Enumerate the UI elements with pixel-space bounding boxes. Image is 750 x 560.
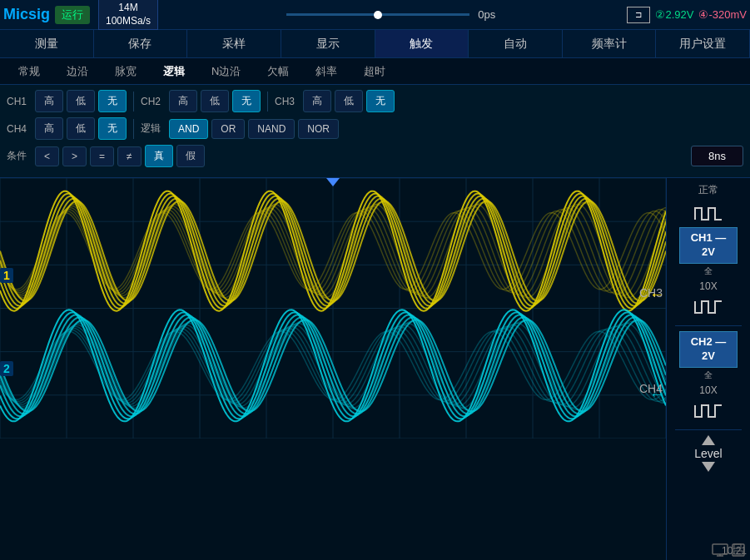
ch3-low-btn[interactable]: 低 [335, 90, 363, 112]
rp-divider2 [675, 429, 742, 430]
nand-btn[interactable]: NAND [248, 119, 295, 139]
menu-item-display[interactable]: 显示 [281, 30, 375, 57]
trigger-row3: 条件 < > = ≠ 真 假 8ns [7, 145, 743, 167]
waveform-panel: 1 2 CH3 CH4 ← ← [0, 178, 666, 560]
ch4-low-btn[interactable]: 低 [67, 117, 95, 140]
logo: Micsig [3, 6, 50, 23]
ch2-block-voltage: 2V [687, 349, 730, 364]
ch4-label: CH4 [7, 123, 32, 135]
ch3-label: CH3 [275, 96, 300, 107]
rp-pulse-down-icon [688, 295, 729, 320]
ch1-high-btn[interactable]: 高 [35, 90, 63, 112]
state-true-btn[interactable]: 真 [145, 145, 173, 167]
sub-item-pulse[interactable]: 脉宽 [103, 61, 148, 82]
time-position: 0ps [478, 8, 495, 21]
waveform-canvas [0, 178, 666, 439]
ch1-arrow: ← [649, 286, 664, 304]
ch1-label: CH1 [7, 96, 32, 107]
ch1-settings-block[interactable]: CH1 — 2V [679, 227, 738, 264]
ch3-high-btn[interactable]: 高 [303, 90, 331, 112]
menu-item-measure[interactable]: 测量 [0, 30, 94, 57]
header: Micsig 运行 14M 100MSa/s 0ps ⊐ ②2.92V ④-32… [0, 0, 750, 30]
trigger-voltage2: ④-320mV [698, 8, 747, 21]
ch2-full-label: 全 [704, 369, 713, 381]
svg-rect-0 [713, 544, 728, 554]
ch2-arrow: ← [649, 386, 664, 404]
ch2-block-label: CH2 — [687, 335, 730, 349]
timebase-cursor[interactable] [374, 11, 382, 19]
rp-pulse-up-icon [688, 201, 729, 225]
ch2-settings-block[interactable]: CH2 — 2V [679, 331, 738, 368]
level-arrow-up[interactable] [702, 435, 715, 445]
right-panel: 正常 CH1 — 2V 全 10X CH2 — 2V 全 10X [666, 178, 750, 560]
level-label: Level [694, 447, 722, 460]
ch1-10x-label: 10X [699, 279, 717, 294]
main-menu: 测量 保存 采样 显示 触发 自动 频率计 用户设置 [0, 30, 750, 58]
sub-item-edge[interactable]: 边沿 [55, 61, 100, 82]
timebase-bar: 0ps [158, 8, 623, 21]
menu-item-trigger[interactable]: 触发 [375, 30, 469, 57]
sub-item-slope[interactable]: 斜率 [304, 61, 349, 82]
trigger-icon: ⊐ [627, 7, 650, 23]
nor-btn[interactable]: NOR [298, 119, 339, 139]
or-btn[interactable]: OR [211, 119, 245, 139]
cond-label: 条件 [7, 149, 32, 163]
ch3-none-btn[interactable]: 无 [366, 90, 395, 112]
timebase-line [286, 13, 469, 16]
ch4-none-btn[interactable]: 无 [98, 117, 127, 140]
logic-label: 逻辑 [141, 121, 166, 136]
svg-rect-5 [734, 551, 743, 554]
trigger-row1: CH1 高 低 无 CH2 高 低 无 CH3 高 低 无 [7, 90, 743, 112]
rp-divider1 [675, 325, 742, 326]
trigger-controls: CH1 高 低 无 CH2 高 低 无 CH3 高 低 无 CH4 高 低 无 … [0, 85, 750, 178]
ch2-none-btn[interactable]: 无 [232, 90, 261, 112]
menu-item-save[interactable]: 保存 [94, 30, 188, 57]
ch2-high-btn[interactable]: 高 [169, 90, 197, 112]
and-btn[interactable]: AND [169, 119, 208, 139]
save-icon [732, 543, 745, 557]
menu-item-freq[interactable]: 频率计 [563, 30, 657, 57]
ch4-high-btn[interactable]: 高 [35, 117, 63, 140]
sep1 [133, 92, 134, 112]
time-cursor-top[interactable] [326, 178, 340, 186]
sub-item-nedge[interactable]: N边沿 [200, 61, 252, 82]
cond-less-btn[interactable]: < [35, 146, 59, 166]
sample-rate-display: 14M 100MSa/s [98, 0, 158, 30]
state-false-btn[interactable]: 假 [176, 145, 205, 167]
time-value-display: 8ns [691, 146, 743, 166]
cond-notequal-btn[interactable]: ≠ [117, 146, 142, 166]
sep2 [267, 92, 268, 112]
ch2-10x-label: 10X [699, 383, 717, 398]
rp-pulse-icon2 [688, 399, 729, 424]
sub-menu: 常规 边沿 脉宽 逻辑 N边沿 欠幅 斜率 超时 [0, 58, 750, 85]
sub-item-logic[interactable]: 逻辑 [151, 61, 196, 82]
ch1-waveform-marker: 1 [0, 268, 13, 283]
menu-item-user-settings[interactable]: 用户设置 [656, 30, 750, 57]
ch2-label: CH2 [141, 96, 166, 107]
rp-normal-label: 正常 [698, 181, 718, 199]
screen-icon [712, 543, 728, 557]
ch2-low-btn[interactable]: 低 [201, 90, 229, 112]
sub-item-normal[interactable]: 常规 [7, 61, 52, 82]
ch1-none-btn[interactable]: 无 [98, 90, 127, 112]
ch1-full-label: 全 [704, 265, 713, 277]
content-area: 1 2 CH3 CH4 ← ← 正常 CH1 — 2V 全 10X [0, 178, 750, 560]
trigger-row2: CH4 高 低 无 逻辑 AND OR NAND NOR [7, 117, 743, 140]
sep3 [133, 119, 134, 139]
sub-item-underamp[interactable]: 欠幅 [256, 61, 300, 82]
ch1-low-btn[interactable]: 低 [67, 90, 95, 112]
status-badge: 运行 [55, 6, 90, 24]
ch2-waveform-marker: 2 [0, 361, 13, 376]
level-arrow-down[interactable] [702, 462, 715, 472]
menu-item-auto[interactable]: 自动 [469, 30, 563, 57]
cond-equal-btn[interactable]: = [90, 146, 114, 166]
ch1-block-label: CH1 — [687, 231, 730, 245]
trigger-voltage1: ②2.92V [655, 8, 693, 21]
cond-greater-btn[interactable]: > [62, 146, 87, 166]
sub-item-timeout[interactable]: 超时 [352, 61, 397, 82]
menu-item-sample[interactable]: 采样 [187, 30, 281, 57]
ch1-block-voltage: 2V [687, 245, 730, 260]
